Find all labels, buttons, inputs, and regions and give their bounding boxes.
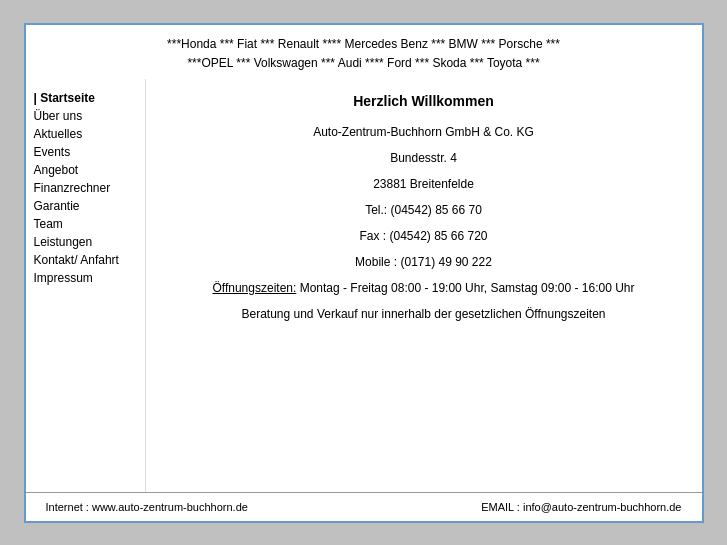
sidebar-item-0[interactable]: | Startseite (34, 89, 137, 107)
sidebar-item-8[interactable]: Leistungen (34, 233, 137, 251)
sidebar-item-10[interactable]: Impressum (34, 269, 137, 287)
sidebar-item-2[interactable]: Aktuelles (34, 125, 137, 143)
sidebar-item-4[interactable]: Angebot (34, 161, 137, 179)
footer: Internet : www.auto-zentrum-buchhorn.de … (26, 492, 702, 521)
company-name: Auto-Zentrum-Buchhorn GmbH & Co. KG (176, 123, 672, 141)
header-line2: ***OPEL *** Volkswagen *** Audi **** For… (46, 54, 682, 73)
welcome-title: Herzlich Willkommen (176, 93, 672, 109)
opening-hours-label: Öffnungszeiten: (212, 281, 296, 295)
content-area: Herzlich Willkommen Auto-Zentrum-Buchhor… (146, 79, 702, 492)
note: Beratung und Verkauf nur innerhalb der g… (176, 305, 672, 323)
sidebar-item-3[interactable]: Events (34, 143, 137, 161)
sidebar: | StartseiteÜber unsAktuellesEventsAngeb… (26, 79, 146, 492)
sidebar-item-6[interactable]: Garantie (34, 197, 137, 215)
sidebar-item-5[interactable]: Finanzrechner (34, 179, 137, 197)
sidebar-item-7[interactable]: Team (34, 215, 137, 233)
sidebar-item-1[interactable]: Über uns (34, 107, 137, 125)
footer-email: EMAIL : info@auto-zentrum-buchhorn.de (481, 501, 681, 513)
mobile: Mobile : (0171) 49 90 222 (176, 253, 672, 271)
street: Bundesstr. 4 (176, 149, 672, 167)
sidebar-item-9[interactable]: Kontakt/ Anfahrt (34, 251, 137, 269)
header-brands: ***Honda *** Fiat *** Renault **** Merce… (26, 25, 702, 79)
city: 23881 Breitenfelde (176, 175, 672, 193)
header-line1: ***Honda *** Fiat *** Renault **** Merce… (46, 35, 682, 54)
opening-hours-value: Montag - Freitag 08:00 - 19:00 Uhr, Sams… (296, 281, 634, 295)
opening-hours: Öffnungszeiten: Montag - Freitag 08:00 -… (176, 279, 672, 297)
main-content: | StartseiteÜber unsAktuellesEventsAngeb… (26, 79, 702, 492)
fax: Fax : (04542) 85 66 720 (176, 227, 672, 245)
page-frame: ***Honda *** Fiat *** Renault **** Merce… (24, 23, 704, 523)
tel: Tel.: (04542) 85 66 70 (176, 201, 672, 219)
footer-internet: Internet : www.auto-zentrum-buchhorn.de (46, 501, 248, 513)
